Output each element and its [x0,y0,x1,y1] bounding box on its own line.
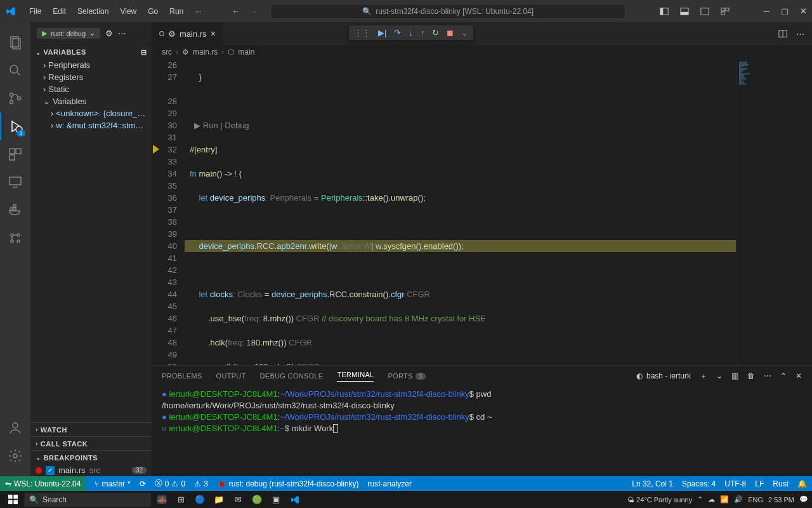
remote-indicator[interactable]: ⇋WSL: Ubuntu-22.04 [0,476,86,491]
settings-gear-icon[interactable] [0,442,30,470]
menu-go[interactable]: Go [143,4,163,18]
variables-local[interactable]: ⌄Variables [30,95,152,107]
layout-customize-icon[interactable] [721,7,730,16]
split-terminal-icon[interactable]: ▥ [731,371,738,380]
collapse-icon[interactable]: ⊟ [141,48,147,57]
git-sync[interactable]: ⟳ [140,479,146,488]
terminal-dropdown-icon[interactable]: ⌄ [716,371,723,380]
debug-settings-gear-icon[interactable]: ⚙ [105,29,113,38]
accounts-icon[interactable] [0,414,30,442]
docker-icon[interactable] [0,196,30,224]
git-branch[interactable]: ⑂master* [95,479,130,488]
more-icon[interactable]: ⋯ [764,371,771,380]
restart-icon[interactable]: ↻ [432,28,439,37]
new-terminal-icon[interactable]: ＋ [700,371,707,382]
menu-selection[interactable]: Selection [72,4,114,18]
window-minimize-icon[interactable]: ─ [764,6,769,16]
code-content[interactable]: } ▶ Run | Debug #[entry] fn main() -> ! … [185,59,736,365]
language-status[interactable]: Rust [773,479,789,488]
tray-notifications-icon[interactable]: 💬 [799,495,808,504]
nav-forward-icon[interactable]: → [249,6,258,16]
taskbar-taskview-icon[interactable]: ⊞ [173,493,189,507]
step-into-icon[interactable]: ↓ [409,28,413,37]
cursor-position[interactable]: Ln 32, Col 1 [632,479,673,488]
breakpoint-row[interactable]: ✓ main.rs src 32 [30,464,152,476]
source-control-icon[interactable] [0,84,30,112]
tab-terminal[interactable]: TERMINAL [337,371,374,382]
tray-volume-icon[interactable]: 🔊 [734,495,743,504]
chevron-down-icon[interactable]: ⌄ [461,28,468,37]
checkbox-checked-icon[interactable]: ✓ [46,466,55,475]
menu-edit[interactable]: Edit [48,4,71,18]
taskbar-terminal-icon[interactable]: ▣ [268,493,284,507]
debug-status[interactable]: 🐞rust: debug (rust-stm32f4-disco-blinky) [217,479,359,488]
command-center[interactable]: 🔍 rust-stm32f4-disco-blinky [WSL: Ubuntu… [270,4,625,19]
taskbar-spotify-icon[interactable]: 🟢 [249,493,265,507]
layout-right-icon[interactable] [700,7,709,16]
variable-row[interactable]: ›<unknown>: {closure_… [30,107,152,119]
menu-file[interactable]: File [24,4,46,18]
tray-chevron-icon[interactable]: ⌃ [697,495,703,504]
variables-peripherals[interactable]: ›Peripherals [30,59,152,71]
menu-view[interactable]: View [115,4,141,18]
layout-bottom-icon[interactable] [680,7,689,16]
encoding-status[interactable]: UTF-8 [724,479,746,488]
tray-language[interactable]: ENG [748,496,763,504]
taskbar-bridge-icon[interactable]: 🌉 [154,493,170,507]
editor-tab-main-rs[interactable]: ⚙ main.rs × [152,22,224,45]
breadcrumb[interactable]: src › ⚙ main.rs › ⬡ main [152,45,812,59]
grip-icon[interactable]: ⋮⋮ [354,28,370,37]
variables-static[interactable]: ›Static [30,83,152,95]
remote-explorer-icon[interactable] [0,168,30,196]
tray-cloud-icon[interactable]: ☁ [708,495,715,504]
window-maximize-icon[interactable]: ▢ [781,6,789,16]
stop-icon[interactable]: ◼ [447,28,454,37]
menu-run[interactable]: Run [164,4,188,18]
close-panel-icon[interactable]: ✕ [796,371,802,380]
watch-section[interactable]: ›WATCH [30,422,152,436]
nav-back-icon[interactable]: ← [232,6,240,16]
problems-count[interactable]: ⓧ0 ⚠0 [155,478,185,489]
breadcrumb-symbol[interactable]: main [238,48,254,57]
code-editor[interactable]: 2627 28293031 32 33343536 37383940 41424… [152,59,812,365]
taskbar-mail-icon[interactable]: ✉ [230,493,246,507]
rust-analyzer-warnings[interactable]: ⚠3 [194,479,208,488]
split-editor-icon[interactable] [778,29,787,38]
weather-widget[interactable]: 🌤 24°C Partly sunny [627,496,692,504]
tray-clock[interactable]: 2:53 PM [768,496,794,504]
rust-analyzer-status[interactable]: rust-analyzer [368,479,412,488]
taskbar-vscode-icon[interactable] [287,493,303,507]
debug-more-icon[interactable]: ⋯ [118,29,126,38]
debug-toolbar[interactable]: ⋮⋮ ▶| ↷ ↓ ↑ ↻ ◼ ⌄ [349,25,473,40]
terminal-profile[interactable]: ◐bash - ierturk [636,371,691,380]
layout-left-icon[interactable] [660,7,669,16]
tray-wifi-icon[interactable]: 📶 [720,495,729,504]
variables-section[interactable]: ⌄ VARIABLES ⊟ [30,45,152,59]
kill-terminal-icon[interactable]: 🗑 [747,371,755,380]
breadcrumb-src[interactable]: src [162,48,172,57]
references-icon[interactable] [0,224,30,252]
more-icon[interactable]: ⋯ [796,29,804,39]
breakpoints-section[interactable]: ⌄BREAKPOINTS [30,450,152,464]
maximize-panel-icon[interactable]: ⌃ [780,371,787,380]
indent-status[interactable]: Spaces: 4 [682,479,716,488]
explorer-icon[interactable] [0,29,30,57]
variables-registers[interactable]: ›Registers [30,71,152,83]
tab-output[interactable]: OUTPUT [216,372,246,380]
minimap[interactable]: █ ████ █████ ██ ████ ██ ████████████████… [736,59,812,365]
tab-problems[interactable]: PROBLEMS [162,372,202,380]
search-activity-icon[interactable] [0,57,30,84]
close-icon[interactable]: × [211,29,216,39]
variable-row[interactable]: ›w: &mut stm32f4::stm… [30,119,152,131]
continue-icon[interactable]: ▶| [378,28,386,37]
tab-ports[interactable]: PORTS3 [388,372,425,380]
debug-config-selector[interactable]: ▶ rust: debug ⌄ [37,28,100,39]
tab-debug-console[interactable]: DEBUG CONSOLE [260,372,324,380]
taskbar-edge-icon[interactable]: 🔵 [192,493,208,507]
breadcrumb-file[interactable]: main.rs [193,48,218,57]
notifications-icon[interactable]: 🔔 [797,479,807,488]
terminal-content[interactable]: ● ierturk@DESKTOP-JC8L4M1:~/Work/PROJs/r… [152,386,812,476]
taskbar-explorer-icon[interactable]: 📁 [211,493,227,507]
step-over-icon[interactable]: ↷ [394,28,401,37]
eol-status[interactable]: LF [755,479,764,488]
